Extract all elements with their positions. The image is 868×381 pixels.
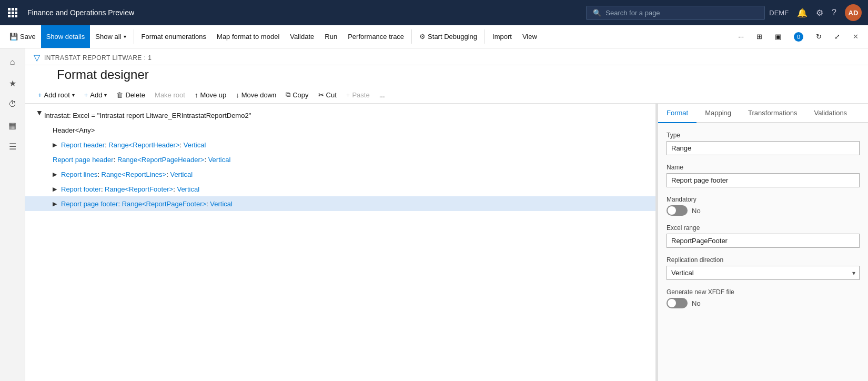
- add-chevron: ▾: [104, 92, 107, 98]
- tree-item-report-lines-label: Report lines: Range<ReportLines>: Vertic…: [61, 171, 193, 178]
- excel-range-input[interactable]: [667, 234, 860, 248]
- validate-button[interactable]: Validate: [285, 25, 319, 48]
- cut-button[interactable]: ✂ Cut: [314, 89, 341, 101]
- tab-mapping[interactable]: Mapping: [697, 104, 740, 123]
- svg-rect-7: [12, 15, 14, 17]
- add-button[interactable]: + Add ▾: [80, 89, 112, 101]
- refresh-button[interactable]: ↻: [811, 33, 827, 41]
- sidebar-star-icon[interactable]: ★: [3, 74, 22, 93]
- copy-button[interactable]: ⧉ Copy: [281, 88, 312, 101]
- more-toolbar-button[interactable]: ...: [375, 89, 389, 101]
- tree-item-report-page-header-label: Report page header: Range<ReportPageHead…: [53, 156, 230, 164]
- report-page-footer-expander[interactable]: ▶: [51, 199, 59, 208]
- svg-rect-3: [8, 12, 11, 14]
- settings-icon[interactable]: ⚙: [816, 8, 823, 18]
- grid-view-button[interactable]: ⊞: [751, 33, 768, 41]
- top-bar-right: DEMF 🔔 ⚙ ? AD: [769, 4, 862, 21]
- generate-xfdf-toggle-row: No: [667, 298, 860, 308]
- copy-icon: ⧉: [286, 91, 290, 99]
- replication-select-wrap: Vertical Horizontal None ▾: [667, 266, 860, 280]
- performance-trace-button[interactable]: Performance trace: [342, 25, 409, 48]
- separator-3: [485, 29, 485, 44]
- tab-validations[interactable]: Validations: [805, 104, 855, 123]
- search-box[interactable]: 🔍 Search for a page: [586, 6, 765, 20]
- tree-item-report-page-footer-label: Report page footer: Range<ReportPageFoot…: [61, 200, 233, 208]
- split-view: ▶ Intrastat: Excel = "Intrastat report L…: [25, 104, 868, 381]
- sidebar-clock-icon[interactable]: ⏱: [3, 95, 22, 114]
- tree-item-report-header[interactable]: ▶ Report header: Range<ReportHeader>: Ve…: [25, 137, 655, 152]
- close-button[interactable]: ✕: [847, 33, 864, 41]
- add-root-icon: +: [38, 91, 42, 99]
- tree-item-report-footer[interactable]: ▶ Report footer: Range<ReportFooter>: Ve…: [25, 182, 655, 196]
- properties-tabs: Format Mapping Transformations Validatio…: [658, 104, 868, 123]
- import-button[interactable]: Import: [487, 25, 517, 48]
- tab-transformations[interactable]: Transformations: [740, 104, 805, 123]
- delete-button[interactable]: 🗑 Delete: [112, 89, 149, 101]
- panel-button[interactable]: ▣: [770, 33, 786, 41]
- tree-root[interactable]: ▶ Intrastat: Excel = "Intrastat report L…: [25, 108, 655, 123]
- add-root-chevron: ▾: [72, 92, 75, 98]
- tree-item-header[interactable]: ▶ Header<Any>: [25, 123, 655, 137]
- prop-replication: Replication direction Vertical Horizonta…: [667, 256, 860, 280]
- svg-rect-4: [12, 12, 14, 14]
- tree-item-report-lines[interactable]: ▶ Report lines: Range<ReportLines>: Vert…: [25, 167, 655, 182]
- filter-icon[interactable]: ▽: [34, 53, 40, 63]
- sidebar-calendar-icon[interactable]: ▦: [3, 116, 22, 135]
- type-input[interactable]: [667, 141, 860, 155]
- start-debugging-button[interactable]: ⚙ Start Debugging: [414, 25, 482, 48]
- report-lines-expander[interactable]: ▶: [51, 170, 59, 178]
- run-button[interactable]: Run: [319, 25, 342, 48]
- tree-panel: ▶ Intrastat: Excel = "Intrastat report L…: [25, 104, 655, 381]
- replication-select[interactable]: Vertical Horizontal None: [667, 266, 860, 280]
- save-button[interactable]: 💾 Save: [4, 25, 41, 48]
- move-up-icon: ↑: [195, 91, 198, 99]
- view-button[interactable]: View: [517, 25, 542, 48]
- search-placeholder: Search for a page: [605, 9, 660, 17]
- make-root-button: Make root: [150, 89, 189, 101]
- avatar[interactable]: AD: [845, 4, 862, 21]
- generate-xfdf-toggle[interactable]: [667, 298, 688, 308]
- move-up-button[interactable]: ↑ Move up: [190, 89, 230, 101]
- format-enumerations-button[interactable]: Format enumerations: [136, 25, 212, 48]
- sidebar-home-icon[interactable]: ⌂: [3, 53, 22, 72]
- name-input[interactable]: [667, 173, 860, 187]
- add-root-button[interactable]: + Add root ▾: [34, 89, 79, 101]
- format-toolbar: + Add root ▾ + Add ▾ 🗑 Delete Make root …: [25, 86, 868, 104]
- page-header: ▽ INTRASTAT REPORT LITWARE : 1: [25, 48, 868, 65]
- mandatory-toggle[interactable]: [667, 205, 688, 216]
- mandatory-toggle-row: No: [667, 205, 860, 216]
- separator-1: [134, 29, 134, 44]
- notification-icon[interactable]: 🔔: [797, 8, 808, 18]
- generate-xfdf-value: No: [692, 299, 701, 307]
- mandatory-label: Mandatory: [667, 196, 860, 203]
- move-down-button[interactable]: ↓ Move down: [231, 89, 280, 101]
- more-options-button[interactable]: ···: [733, 33, 749, 41]
- prop-mandatory: Mandatory No: [667, 196, 860, 216]
- svg-rect-5: [15, 12, 17, 14]
- show-details-button[interactable]: Show details: [41, 25, 90, 48]
- tree-item-report-page-footer[interactable]: ▶ Report page footer: Range<ReportPageFo…: [25, 196, 655, 211]
- maximize-button[interactable]: ⤢: [829, 33, 845, 41]
- sidebar-list-icon[interactable]: ☰: [3, 137, 22, 156]
- separator-2: [411, 29, 412, 44]
- mandatory-value: No: [692, 207, 701, 215]
- breadcrumb: INTRASTAT REPORT LITWARE : 1: [44, 54, 152, 62]
- root-expander[interactable]: ▶: [35, 111, 43, 119]
- report-page-header-expander: ▶: [42, 155, 51, 164]
- grid-icon[interactable]: [6, 6, 19, 19]
- badge-button[interactable]: 0: [789, 32, 809, 42]
- excel-range-label: Excel range: [667, 224, 860, 232]
- report-header-expander[interactable]: ▶: [51, 141, 59, 149]
- tree-item-report-footer-label: Report footer: Range<ReportFooter>: Vert…: [61, 185, 199, 193]
- show-all-button[interactable]: Show all ▾: [90, 25, 131, 48]
- tree-item-report-page-header[interactable]: ▶ Report page header: Range<ReportPageHe…: [25, 152, 655, 167]
- help-icon[interactable]: ?: [832, 8, 836, 17]
- map-format-button[interactable]: Map format to model: [211, 25, 285, 48]
- prop-generate-xfdf: Generate new XFDF file No: [667, 288, 860, 308]
- properties-content: Type Name Mandatory No: [658, 123, 868, 381]
- report-footer-expander[interactable]: ▶: [51, 185, 59, 193]
- tree-root-label: Intrastat: Excel = "Intrastat report Lit…: [44, 112, 251, 119]
- prop-type: Type: [667, 132, 860, 155]
- type-label: Type: [667, 132, 860, 139]
- tab-format[interactable]: Format: [658, 104, 697, 123]
